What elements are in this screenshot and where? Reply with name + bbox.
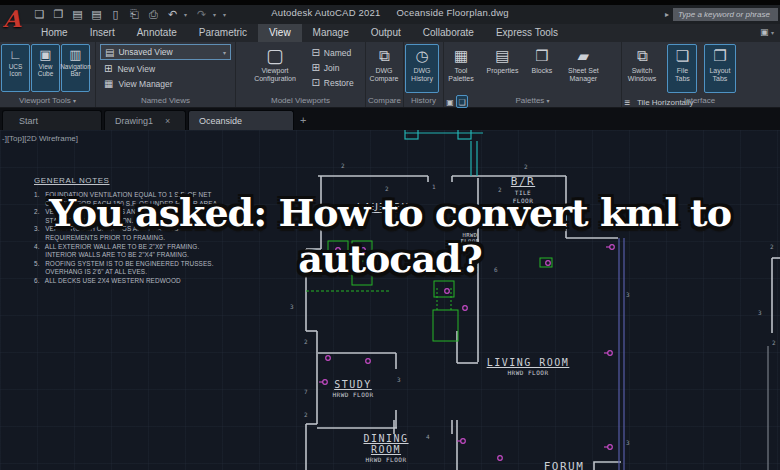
switch-windows-button[interactable]: ⧉ Switch Windows: [623, 44, 661, 93]
view-manager-icon: ▦: [104, 78, 113, 89]
dwg-history-icon: ◷: [415, 47, 428, 65]
title-bar: ❏ ❐ ▤ ▤ ▯ ⎗ ⎙ ↶ ▾ ↷ ▾ ▾ Autodesk AutoCAD…: [0, 0, 780, 24]
dim-label: 1: [432, 183, 436, 190]
dim-label: 3: [290, 303, 294, 310]
panel-palettes: ▦ Tool Palettes ▤ Properties ❒ Blocks ▰ …: [444, 42, 622, 107]
tab-output[interactable]: Output: [360, 24, 412, 42]
file-tab-bar: Start Drawing1× Oceanside Floorplan*× +: [0, 108, 780, 130]
drawing-canvas[interactable]: -][Top][2D Wireframe]: [0, 130, 780, 470]
dim-label: 2: [772, 339, 776, 346]
general-notes-title: GENERAL NOTES: [34, 176, 219, 185]
new-view-button[interactable]: ⊞ New View: [96, 61, 235, 76]
room-label-dining-room: DINING ROOM HRWD FLOOR: [352, 433, 420, 463]
panel-interface: ⧉ Switch Windows ❏ File Tabs ❐ Layout Ta…: [622, 42, 780, 107]
ribbon-toggle-icon: ▣: [760, 27, 769, 37]
window-title: Autodesk AutoCAD 2021Oceanside Floorplan…: [0, 7, 780, 18]
headline-line1: You asked: How to convert kml to: [0, 190, 780, 236]
room-label-living-room: LIVING ROOM HRWD FLOOR: [478, 357, 578, 376]
layout-tabs-icon: ❐: [713, 47, 726, 65]
panel-model-viewports: ▢ Viewport Configuration ⊟Named ⊞Join ⊡R…: [236, 42, 366, 107]
tool-palettes-button[interactable]: ▦ Tool Palettes: [445, 44, 477, 93]
tab-home[interactable]: Home: [30, 24, 79, 42]
new-drawing-tab-button[interactable]: +: [300, 114, 306, 126]
file-tab-start[interactable]: Start: [2, 110, 102, 130]
sheet-set-manager-button[interactable]: ▰ Sheet Set Manager: [562, 44, 604, 93]
new-view-icon: ⊞: [104, 63, 112, 74]
file-tab-oceanside-floorplan[interactable]: Oceanside Floorplan*×: [188, 110, 294, 130]
tab-collaborate[interactable]: Collaborate: [412, 24, 485, 42]
dim-label: 2: [524, 163, 528, 170]
dim-label: 3: [758, 309, 762, 316]
panel-footer-interface: Interface: [622, 94, 780, 107]
dim-label: 4: [426, 433, 430, 440]
headline-line2: autocad?: [0, 236, 780, 282]
switch-windows-icon: ⧉: [637, 47, 648, 65]
dim-label: 2: [304, 338, 308, 345]
panel-viewport-tools: ∟ UCS Icon ▣ View Cube ▥ Navigation Bar …: [0, 42, 96, 107]
ribbon: ∟ UCS Icon ▣ View Cube ▥ Navigation Bar …: [0, 42, 780, 108]
properties-icon: ▤: [495, 47, 509, 65]
dim-label: 2: [304, 411, 308, 418]
named-viewports-button[interactable]: ⊟Named: [311, 45, 353, 60]
join-viewports-icon: ⊞: [311, 62, 319, 73]
autocad-logo[interactable]: A: [3, 5, 27, 41]
dwg-compare-button[interactable]: ⧉ DWG Compare: [367, 44, 401, 93]
dwg-compare-icon: ⧉: [379, 47, 390, 65]
dim-label: 2: [341, 162, 345, 169]
panel-footer-history: History: [404, 94, 443, 107]
dwg-history-button[interactable]: ◷ DWG History: [405, 44, 439, 93]
room-label-forum: FORUM: [528, 460, 600, 470]
ucs-icon-button[interactable]: ∟ UCS Icon: [1, 44, 30, 92]
panel-footer-compare: Compare: [366, 94, 403, 107]
close-tab-icon[interactable]: ×: [165, 116, 170, 126]
blocks-button[interactable]: ❒ Blocks: [528, 44, 556, 93]
file-tabs-button[interactable]: ❏ File Tabs: [667, 44, 697, 93]
view-list-dropdown[interactable]: ▤ Unsaved View ▾: [100, 44, 231, 60]
ribbon-display-toggle[interactable]: ▣ ▾: [760, 27, 774, 37]
viewport-controls[interactable]: -][Top][2D Wireframe]: [2, 134, 78, 143]
document-title: Oceanside Floorplan.dwg: [396, 7, 508, 18]
named-viewports-icon: ⊟: [311, 47, 319, 58]
unsaved-view-icon: ▤: [105, 47, 114, 58]
blocks-icon: ❒: [535, 47, 548, 65]
join-viewports-button[interactable]: ⊞Join: [311, 60, 353, 75]
view-cube-button[interactable]: ▣ View Cube: [31, 44, 60, 92]
file-tab-drawing1[interactable]: Drawing1×: [104, 110, 186, 130]
tool-palettes-icon: ▦: [454, 47, 468, 65]
view-manager-button[interactable]: ▦ View Manager: [96, 76, 235, 91]
help-search-input[interactable]: [673, 8, 778, 21]
view-cube-icon: ▣: [39, 46, 51, 63]
tab-express-tools[interactable]: Express Tools: [485, 24, 569, 42]
restore-viewports-icon: ⊡: [311, 77, 319, 88]
restore-viewports-button[interactable]: ⊡Restore: [311, 75, 353, 90]
viewport-configuration-icon: ▢: [266, 47, 284, 65]
panel-footer-model-viewports: Model Viewports: [236, 94, 365, 107]
tab-view[interactable]: View: [258, 24, 302, 42]
layout-tabs-button[interactable]: ❐ Layout Tabs: [704, 44, 736, 93]
navigation-bar-icon: ▥: [69, 46, 81, 63]
panel-compare: ⧉ DWG Compare Compare: [366, 42, 404, 107]
tab-annotate[interactable]: Annotate: [126, 24, 188, 42]
room-label-study: STUDY HRWD FLOOR: [320, 379, 386, 398]
dim-label: 3: [397, 376, 401, 383]
headline-overlay: You asked: How to convert kml to autocad…: [0, 190, 780, 282]
panel-named-views: ▤ Unsaved View ▾ ⊞ New View ▦ View Manag…: [96, 42, 236, 107]
properties-button[interactable]: ▤ Properties: [483, 44, 521, 93]
ucs-axes-icon: ∟: [9, 46, 22, 63]
dim-label: 3: [626, 439, 630, 446]
panel-footer-palettes[interactable]: Palettes ▾: [444, 94, 621, 107]
tab-parametric[interactable]: Parametric: [188, 24, 258, 42]
dropdown-caret-icon: ▾: [223, 49, 226, 56]
search-arrow-icon[interactable]: ▸: [665, 10, 669, 19]
viewport-configuration-button[interactable]: ▢ Viewport Configuration: [244, 44, 306, 93]
tab-manage[interactable]: Manage: [302, 24, 360, 42]
app-title: Autodesk AutoCAD 2021: [271, 7, 380, 18]
dim-label: 3: [626, 291, 630, 298]
panel-history: ◷ DWG History History: [404, 42, 444, 107]
ribbon-tab-bar: Home Insert Annotate Parametric View Man…: [0, 24, 780, 42]
panel-footer-viewport-tools[interactable]: Viewport Tools ▾: [0, 94, 95, 107]
navigation-bar-button[interactable]: ▥ Navigation Bar: [61, 44, 90, 92]
panel-footer-named-views: Named Views: [96, 94, 235, 107]
sheet-set-manager-icon: ▰: [578, 47, 590, 65]
tab-insert[interactable]: Insert: [79, 24, 126, 42]
